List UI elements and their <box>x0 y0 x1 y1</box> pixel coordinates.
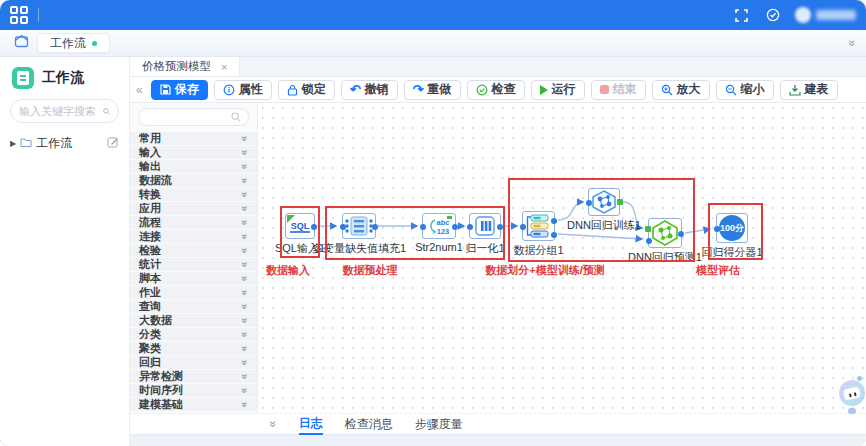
palette-category-zhuanhuan[interactable]: 转换» <box>130 188 257 201</box>
palette-category-shijianxulie[interactable]: 时间序列» <box>130 384 257 397</box>
user-menu[interactable] <box>795 7 856 23</box>
expand-icon: » <box>239 234 252 240</box>
palette-category-lianjie[interactable]: 连接» <box>130 230 257 243</box>
create-table-button[interactable]: 建表 <box>780 80 838 100</box>
collapse-sidebar-icon[interactable]: « <box>136 83 143 97</box>
node-multivar-missing-fill[interactable]: 多变量缺失值填充1 <box>342 213 376 239</box>
expand-icon: » <box>239 248 252 254</box>
expand-icon: » <box>239 220 252 226</box>
undo-button[interactable]: ↶ 撤销 <box>341 80 398 100</box>
redo-icon: ↷ <box>413 83 424 96</box>
node-normalize[interactable]: 归一化1 <box>469 213 501 239</box>
palette-category-yingyong[interactable]: 应用» <box>130 202 257 215</box>
node-sql-input[interactable]: SQL SQL输入1 <box>285 213 315 239</box>
workflow-module-icon <box>12 67 34 89</box>
expand-icon: » <box>239 388 252 394</box>
tree-caret-icon[interactable]: ▶ <box>10 139 16 148</box>
palette-search[interactable] <box>138 108 249 126</box>
annotation-label-evaluation: 模型评估 <box>696 263 740 278</box>
edit-icon[interactable] <box>107 136 119 151</box>
undo-icon: ↶ <box>350 83 361 96</box>
collapse-panel-icon[interactable]: » <box>267 421 279 428</box>
palette-category-liucheng[interactable]: 流程» <box>130 216 257 229</box>
save-icon <box>160 84 171 95</box>
palette-category-shujuliu[interactable]: 数据流» <box>130 174 257 187</box>
palette-category-jiaoben[interactable]: 脚本» <box>130 272 257 285</box>
tab-step-metrics[interactable]: 步骤度量 <box>415 414 463 435</box>
node-str2num[interactable]: abc 123 Str2num1 <box>422 213 456 239</box>
node-label: 回归得分器1 <box>701 245 762 260</box>
node-data-group[interactable]: 数据分组1 <box>522 211 555 241</box>
node-dnn-regression-predict[interactable]: DNN回归预测1 <box>648 218 682 248</box>
check-button[interactable]: 检查 <box>467 80 525 100</box>
palette-category-shuru[interactable]: 输入» <box>130 146 257 159</box>
zoom-in-button[interactable]: 放大 <box>652 80 710 100</box>
node-regression-scorer[interactable]: 100分 回归得分器1 <box>716 213 748 243</box>
stop-square-icon <box>600 85 609 94</box>
zoom-in-icon <box>661 84 673 96</box>
palette-category-yichangjiance[interactable]: 异常检测» <box>130 370 257 383</box>
tab-check-messages[interactable]: 检查消息 <box>345 414 393 435</box>
close-tab-icon[interactable]: × <box>221 61 227 73</box>
svg-text:SQL: SQL <box>291 221 310 231</box>
zoom-out-button[interactable]: 缩小 <box>716 80 774 100</box>
palette-category-huigui[interactable]: 回归» <box>130 356 257 369</box>
toolbar: « 保存 属性 锁定 ↶ 撤销 ↷ 重做 检查 <box>130 77 866 103</box>
home-icon[interactable] <box>14 34 29 52</box>
user-name-blurred <box>816 10 856 20</box>
tab-log[interactable]: 日志 <box>299 414 323 435</box>
expand-icon: » <box>239 206 252 212</box>
palette-category-zuoye[interactable]: 作业» <box>130 286 257 299</box>
score-100-icon: 100分 <box>719 215 745 241</box>
app-grid-logo-icon[interactable] <box>10 6 28 24</box>
run-button[interactable]: 运行 <box>531 80 585 100</box>
palette-category-shuchu[interactable]: 输出» <box>130 160 257 173</box>
assistant-mascot[interactable] <box>839 374 865 414</box>
node-label: 多变量缺失值填充1 <box>312 241 406 256</box>
check-circle-icon[interactable] <box>765 7 781 23</box>
component-palette: 常用» 输入» 输出» 数据流» 转换» 应用» 流程» 连接» 检验» 统计»… <box>130 103 258 413</box>
search-icon <box>103 106 110 117</box>
tree-item-workflow[interactable]: ▶ 工作流 <box>0 129 129 158</box>
save-button[interactable]: 保存 <box>151 80 208 100</box>
redo-button[interactable]: ↷ 重做 <box>404 80 461 100</box>
node-label: 归一化1 <box>465 241 504 256</box>
bottom-panel-tabs: » 日志 检查消息 步骤度量 <box>130 413 866 434</box>
sidebar-search[interactable] <box>10 99 119 123</box>
palette-category-fenlei[interactable]: 分类» <box>130 328 257 341</box>
expand-icon: » <box>239 360 252 366</box>
stop-button[interactable]: 结束 <box>591 80 646 100</box>
sidebar-title: 工作流 <box>42 69 84 87</box>
palette-category-changyong[interactable]: 常用» <box>130 132 257 145</box>
bottom-panel-body <box>130 434 866 446</box>
properties-button[interactable]: 属性 <box>214 80 272 100</box>
expand-icon: » <box>239 276 252 282</box>
tab-price-prediction-model[interactable]: 价格预测模型 × <box>130 57 240 76</box>
dnn-predict-icon <box>649 219 681 247</box>
lock-button[interactable]: 锁定 <box>278 80 335 100</box>
dnn-train-icon <box>589 189 619 215</box>
palette-category-chaxun[interactable]: 查询» <box>130 300 257 313</box>
expand-icon: » <box>239 346 252 352</box>
palette-category-tongji[interactable]: 统计» <box>130 258 257 271</box>
node-dnn-regression-train[interactable]: DNN回归训练1 <box>588 188 620 216</box>
sidebar-search-input[interactable] <box>19 105 103 117</box>
data-group-icon <box>523 212 554 240</box>
doc-tab-label: 价格预测模型 <box>142 59 211 74</box>
palette-category-jianmojichu[interactable]: 建模基础» <box>130 398 257 411</box>
node-label: DNN回归预测1 <box>628 250 702 265</box>
zoom-out-icon <box>725 84 737 96</box>
palette-category-jianyan[interactable]: 检验» <box>130 244 257 257</box>
expand-icon: » <box>239 290 252 296</box>
fullscreen-icon[interactable] <box>733 7 749 23</box>
missing-fill-icon <box>343 214 375 238</box>
palette-category-dashuju[interactable]: 大数据» <box>130 314 257 327</box>
collapse-navbar-icon[interactable]: » <box>847 40 859 47</box>
nav-tab-workflow[interactable]: 工作流 <box>37 33 110 53</box>
palette-category-julei[interactable]: 聚类» <box>130 342 257 355</box>
workflow-canvas[interactable]: SQL SQL输入1 <box>258 103 866 413</box>
svg-text:abc: abc <box>437 218 450 227</box>
user-avatar[interactable] <box>795 7 811 23</box>
folder-doc-icon <box>20 137 32 150</box>
expand-icon: » <box>239 332 252 338</box>
